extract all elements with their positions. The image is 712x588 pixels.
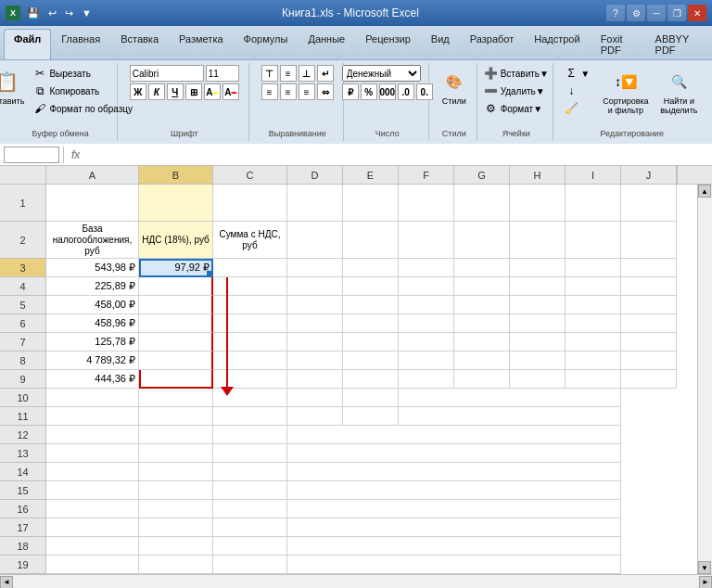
cell-a17[interactable] <box>46 518 139 537</box>
cell-i4[interactable] <box>566 277 621 296</box>
cell-j3[interactable] <box>621 259 677 277</box>
col-header-b[interactable]: B <box>139 166 213 184</box>
cell-f9[interactable] <box>399 370 454 389</box>
cell-h9[interactable] <box>510 370 566 389</box>
cell-e10[interactable] <box>343 389 399 407</box>
cell-j4[interactable] <box>621 277 677 296</box>
col-header-d[interactable]: D <box>287 166 343 184</box>
row-num-14[interactable]: 14 <box>0 463 45 481</box>
cell-a1[interactable] <box>46 185 139 222</box>
cell-b13[interactable] <box>139 444 213 463</box>
cell-g7[interactable] <box>454 333 510 352</box>
cell-i6[interactable] <box>566 314 621 333</box>
italic-button[interactable]: К <box>148 83 165 100</box>
cell-g4[interactable] <box>454 277 510 296</box>
cell-f1[interactable] <box>399 185 454 222</box>
cell-g3[interactable] <box>454 259 510 277</box>
cell-f2[interactable] <box>399 222 454 259</box>
restore-button[interactable]: ❐ <box>668 5 686 21</box>
row-num-9[interactable]: 9 <box>0 370 45 389</box>
cell-b11[interactable] <box>139 407 213 426</box>
cell-b1[interactable] <box>139 185 213 222</box>
corner-cell[interactable] <box>0 166 46 184</box>
cell-c6[interactable] <box>213 314 287 333</box>
cell-i8[interactable] <box>566 352 621 370</box>
cell-c1[interactable] <box>213 185 287 222</box>
cell-d2[interactable] <box>287 222 343 259</box>
cell-f3[interactable] <box>399 259 454 277</box>
scroll-up-button[interactable]: ▲ <box>698 185 711 198</box>
cell-e5[interactable] <box>343 296 399 314</box>
cell-rest-19[interactable] <box>287 556 621 574</box>
cell-d7[interactable] <box>287 333 343 352</box>
cell-c13[interactable] <box>213 444 287 463</box>
cell-a13[interactable] <box>46 444 139 463</box>
tab-home[interactable]: Главная <box>51 29 110 59</box>
redo-quick-btn[interactable]: ↪ <box>62 6 76 20</box>
cell-g1[interactable] <box>454 185 510 222</box>
cell-e3[interactable] <box>343 259 399 277</box>
underline-button[interactable]: Ч <box>167 83 184 100</box>
cell-a18[interactable] <box>46 537 139 556</box>
tab-layout[interactable]: Разметка <box>169 29 234 59</box>
cell-e6[interactable] <box>343 314 399 333</box>
cell-a12[interactable] <box>46 426 139 444</box>
insert-cell-button[interactable]: ➕Вставить▼ <box>481 65 552 82</box>
cell-a10[interactable] <box>46 389 139 407</box>
cell-g2[interactable] <box>454 222 510 259</box>
cell-e2[interactable] <box>343 222 399 259</box>
cell-c14[interactable] <box>213 463 287 481</box>
cell-b5[interactable] <box>139 296 213 314</box>
row-num-8[interactable]: 8 <box>0 352 45 370</box>
scroll-right-button[interactable]: ► <box>699 576 712 589</box>
cell-e8[interactable] <box>343 352 399 370</box>
percent-button[interactable]: % <box>361 83 377 100</box>
align-left-button[interactable]: ≡ <box>261 83 278 100</box>
cell-g8[interactable] <box>454 352 510 370</box>
cell-f8[interactable] <box>399 352 454 370</box>
cell-j7[interactable] <box>621 333 677 352</box>
find-button[interactable]: 🔍 Найти и выделить <box>655 65 703 117</box>
cell-b2[interactable]: НДС (18%), руб <box>139 222 213 259</box>
cell-j6[interactable] <box>621 314 677 333</box>
row-num-11[interactable]: 11 <box>0 407 45 426</box>
cell-a6[interactable]: 458,96 ₽ <box>46 314 139 333</box>
cell-b17[interactable] <box>139 518 213 537</box>
save-quick-btn[interactable]: 💾 <box>24 6 43 20</box>
fill-handle[interactable] <box>207 271 212 276</box>
cell-rest-13[interactable] <box>287 444 621 463</box>
cell-i2[interactable] <box>566 222 621 259</box>
cell-a4[interactable]: 225,89 ₽ <box>46 277 139 296</box>
cell-a8[interactable]: 4 789,32 ₽ <box>46 352 139 370</box>
cell-h6[interactable] <box>510 314 566 333</box>
font-name-input[interactable] <box>130 65 204 82</box>
close-button[interactable]: ✕ <box>688 5 706 21</box>
formula-input[interactable]: =A3*18% <box>87 147 708 163</box>
sort-filter-button[interactable]: ↕🔽 Сортировка и фильтр <box>598 65 653 117</box>
cell-d8[interactable] <box>287 352 343 370</box>
cell-a7[interactable]: 125,78 ₽ <box>46 333 139 352</box>
fill-button[interactable]: ↓ <box>561 83 592 99</box>
cell-b4[interactable] <box>139 277 213 296</box>
cell-a9[interactable]: 444,36 ₽ <box>46 370 139 389</box>
cell-c5[interactable] <box>213 296 287 314</box>
cell-b7[interactable] <box>139 333 213 352</box>
wrap-text-button[interactable]: ↵ <box>317 65 334 82</box>
tab-developer[interactable]: Разработ <box>460 29 524 59</box>
cell-c17[interactable] <box>213 518 287 537</box>
col-header-c[interactable]: C <box>213 166 287 184</box>
cell-i3[interactable] <box>566 259 621 277</box>
cell-i1[interactable] <box>566 185 621 222</box>
row-num-10[interactable]: 10 <box>0 389 45 407</box>
number-format-select[interactable]: Денежный <box>342 65 421 82</box>
format-cell-button[interactable]: ⚙Формат▼ <box>481 100 552 117</box>
row-num-5[interactable]: 5 <box>0 296 45 314</box>
row-num-17[interactable]: 17 <box>0 518 45 537</box>
styles-button[interactable]: 🎨 Стили <box>436 65 473 108</box>
row-num-7[interactable]: 7 <box>0 333 45 352</box>
cell-c8[interactable] <box>213 352 287 370</box>
align-bottom-button[interactable]: ⊥ <box>299 65 315 82</box>
cell-c12[interactable] <box>213 426 287 444</box>
clear-button[interactable]: 🧹 <box>561 100 592 117</box>
cell-i9[interactable] <box>566 370 621 389</box>
